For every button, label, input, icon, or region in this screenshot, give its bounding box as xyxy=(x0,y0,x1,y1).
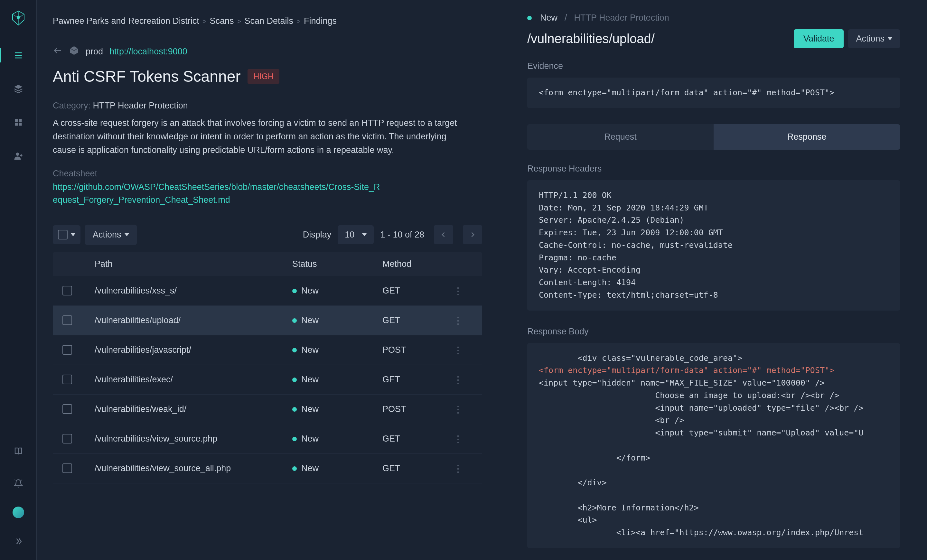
nav-docs-icon[interactable] xyxy=(0,442,36,460)
cheatsheet-link[interactable]: https://github.com/OWASP/CheatSheetSerie… xyxy=(53,181,381,206)
display-count-select[interactable]: 10 xyxy=(337,225,374,244)
table-row[interactable]: /vulnerabilities/upload/ New GET ⋮ xyxy=(53,306,482,335)
row-checkbox[interactable] xyxy=(62,463,72,473)
nav-expand-icon[interactable] xyxy=(0,532,36,550)
tab-request[interactable]: Request xyxy=(527,124,714,150)
status-dot-icon xyxy=(292,289,297,293)
chevron-down-icon xyxy=(362,233,366,236)
row-path: /vulnerabilities/view_source_all.php xyxy=(95,463,292,473)
row-checkbox[interactable] xyxy=(62,345,72,355)
row-menu-button[interactable]: ⋮ xyxy=(453,285,473,296)
row-path: /vulnerabilities/xss_s/ xyxy=(95,286,292,296)
svg-rect-6 xyxy=(15,123,18,126)
bulk-actions-button[interactable]: Actions xyxy=(85,225,137,245)
nav-add-user-icon[interactable] xyxy=(0,147,36,165)
table-row[interactable]: /vulnerabilities/javascript/ New POST ⋮ xyxy=(53,335,482,365)
nav-layers-icon[interactable] xyxy=(0,80,36,98)
row-status: New xyxy=(292,286,382,296)
select-all-dropdown[interactable] xyxy=(53,225,81,244)
row-method: POST xyxy=(382,404,453,414)
response-headers-code: HTTP/1.1 200 OK Date: Mon, 21 Sep 2020 1… xyxy=(527,180,900,311)
status-dot-icon xyxy=(292,378,297,382)
status-dot-icon xyxy=(292,437,297,441)
back-arrow-icon[interactable] xyxy=(53,46,62,58)
detail-status: New / HTTP Header Protection xyxy=(527,13,669,23)
row-status: New xyxy=(292,434,382,444)
row-checkbox[interactable] xyxy=(62,316,72,325)
evidence-code: <form enctype="multipart/form-data" acti… xyxy=(527,77,900,108)
row-method: GET xyxy=(382,375,453,385)
status-dot-icon xyxy=(292,407,297,412)
status-dot-icon xyxy=(292,318,297,323)
detail-actions-button[interactable]: Actions xyxy=(848,29,900,48)
row-checkbox[interactable] xyxy=(62,404,72,414)
row-menu-button[interactable]: ⋮ xyxy=(453,344,473,356)
response-body-label: Response Body xyxy=(527,327,900,337)
table-header: Path Status Method xyxy=(53,252,482,276)
table-row[interactable]: /vulnerabilities/xss_s/ New GET ⋮ xyxy=(53,276,482,306)
breadcrumb-item[interactable]: Scans xyxy=(210,16,234,26)
row-menu-button[interactable]: ⋮ xyxy=(453,404,473,415)
col-status-header[interactable]: Status xyxy=(292,259,382,269)
nav-notifications-icon[interactable] xyxy=(0,474,36,492)
svg-rect-5 xyxy=(19,119,21,122)
next-page-button[interactable] xyxy=(463,225,482,244)
row-path: /vulnerabilities/upload/ xyxy=(95,316,292,325)
finding-description: A cross-site request forgery is an attac… xyxy=(53,117,471,157)
row-menu-button[interactable]: ⋮ xyxy=(453,315,473,326)
col-method-header[interactable]: Method xyxy=(382,259,453,269)
select-all-checkbox[interactable] xyxy=(58,230,68,240)
row-checkbox[interactable] xyxy=(62,375,72,384)
detail-status-text: New xyxy=(540,13,558,23)
row-method: GET xyxy=(382,434,453,444)
pagination-text: 1 - 10 of 28 xyxy=(380,230,424,240)
row-status: New xyxy=(292,463,382,473)
nav-grid-icon[interactable] xyxy=(0,113,36,131)
detail-actions-label: Actions xyxy=(856,34,884,44)
svg-rect-7 xyxy=(19,123,21,126)
row-method: GET xyxy=(382,463,453,473)
row-menu-button[interactable]: ⋮ xyxy=(453,463,473,474)
row-checkbox[interactable] xyxy=(62,286,72,296)
page-title: Anti CSRF Tokens Scanner xyxy=(53,68,240,85)
row-status: New xyxy=(292,404,382,414)
row-status: New xyxy=(292,345,382,355)
svg-rect-4 xyxy=(15,119,18,122)
display-value: 10 xyxy=(345,230,354,240)
row-menu-button[interactable]: ⋮ xyxy=(453,374,473,385)
user-avatar[interactable] xyxy=(12,507,24,518)
table-row[interactable]: /vulnerabilities/view_source.php New GET… xyxy=(53,424,482,454)
response-body-code: <div class="vulnerable_code_area"> <form… xyxy=(527,343,900,548)
breadcrumb-item[interactable]: Scan Details xyxy=(244,16,293,26)
request-response-tabs: Request Response xyxy=(527,124,900,150)
row-checkbox[interactable] xyxy=(62,434,72,443)
tab-response[interactable]: Response xyxy=(714,124,900,150)
nav-list-icon[interactable] xyxy=(0,46,36,64)
table-row[interactable]: /vulnerabilities/weak_id/ New POST ⋮ xyxy=(53,395,482,424)
environment-url[interactable]: http://localhost:9000 xyxy=(109,47,187,57)
breadcrumb-item: Findings xyxy=(304,16,337,26)
row-status: New xyxy=(292,316,382,325)
findings-table: Path Status Method /vulnerabilities/xss_… xyxy=(53,252,505,483)
table-row[interactable]: /vulnerabilities/exec/ New GET ⋮ xyxy=(53,365,482,395)
col-path-header[interactable]: Path xyxy=(95,259,292,269)
chevron-down-icon xyxy=(71,233,75,236)
svg-point-0 xyxy=(17,16,20,19)
prev-page-button[interactable] xyxy=(434,225,453,244)
validate-button[interactable]: Validate xyxy=(794,29,844,48)
row-path: /vulnerabilities/javascript/ xyxy=(95,345,292,355)
table-row[interactable]: /vulnerabilities/view_source_all.php New… xyxy=(53,454,482,483)
row-path: /vulnerabilities/weak_id/ xyxy=(95,404,292,414)
breadcrumb-item[interactable]: Pawnee Parks and Recreation District xyxy=(53,16,199,26)
row-path: /vulnerabilities/view_source.php xyxy=(95,434,292,444)
cheatsheet-label: Cheatsheet xyxy=(53,168,505,179)
row-menu-button[interactable]: ⋮ xyxy=(453,433,473,445)
breadcrumb: Pawnee Parks and Recreation District>Sca… xyxy=(53,16,505,26)
detail-category: HTTP Header Protection xyxy=(574,13,669,23)
display-label: Display xyxy=(303,230,331,240)
row-status: New xyxy=(292,375,382,385)
row-path: /vulnerabilities/exec/ xyxy=(95,375,292,385)
environment-name: prod xyxy=(86,47,103,57)
category-label: Category: xyxy=(53,101,90,111)
status-dot-icon xyxy=(292,348,297,352)
